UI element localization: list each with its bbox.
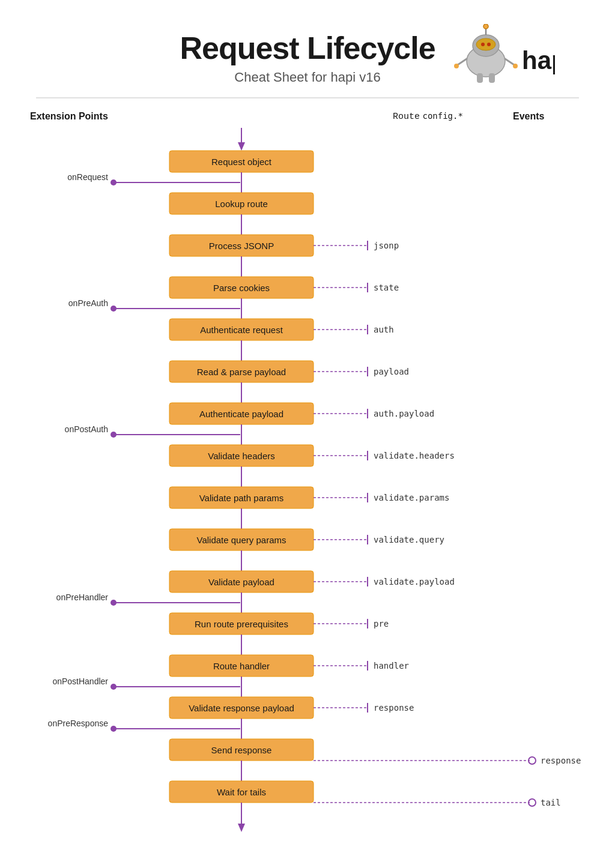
svg-point-10 xyxy=(513,64,518,68)
page-title: Request Lifecycle xyxy=(180,30,435,66)
svg-text:handler: handler xyxy=(374,661,409,671)
svg-text:Send response: Send response xyxy=(211,745,272,755)
svg-text:validate.params: validate.params xyxy=(374,493,449,502)
svg-point-101 xyxy=(111,684,117,690)
hapi-logo: hapi xyxy=(435,24,555,90)
svg-text:onPostAuth: onPostAuth xyxy=(65,424,108,434)
hapi-logo-svg: hapi xyxy=(435,24,555,90)
svg-text:auth: auth xyxy=(374,325,394,334)
svg-line-9 xyxy=(505,59,514,65)
svg-point-59 xyxy=(111,432,117,438)
svg-text:auth.payload: auth.payload xyxy=(374,409,434,418)
svg-text:Lookup route: Lookup route xyxy=(215,199,268,209)
svg-text:state: state xyxy=(374,283,399,292)
page: Request Lifecycle Cheat Sheet for hapi v… xyxy=(0,0,615,868)
svg-text:Route handler: Route handler xyxy=(213,661,270,671)
svg-text:Parse cookies: Parse cookies xyxy=(213,283,270,293)
svg-point-6 xyxy=(483,24,488,29)
svg-text:onPreAuth: onPreAuth xyxy=(68,298,108,308)
svg-marker-15 xyxy=(238,142,245,151)
lifecycle-diagram: Request object onRequest Lookup route Pr… xyxy=(19,128,596,836)
column-headers: Extension Points Route config.* Events xyxy=(0,110,615,122)
svg-text:Read & parse payload: Read & parse payload xyxy=(197,367,286,377)
svg-text:Run route prerequisites: Run route prerequisites xyxy=(195,619,288,629)
header: Request Lifecycle Cheat Sheet for hapi v… xyxy=(0,18,615,91)
svg-text:Validate payload: Validate payload xyxy=(208,577,274,587)
svg-point-38 xyxy=(111,306,117,312)
svg-text:Request object: Request object xyxy=(211,157,272,167)
page-subtitle: Cheat Sheet for hapi v16 xyxy=(180,70,435,85)
svg-text:Validate query params: Validate query params xyxy=(197,535,286,545)
svg-text:payload: payload xyxy=(374,367,409,376)
svg-text:pre: pre xyxy=(374,619,389,628)
svg-text:onPostHandler: onPostHandler xyxy=(52,677,108,686)
diagram-area: Extension Points Route config.* Events R… xyxy=(0,110,615,860)
svg-text:Wait for tails: Wait for tails xyxy=(217,787,266,797)
svg-text:Validate headers: Validate headers xyxy=(208,451,274,461)
svg-rect-11 xyxy=(477,73,483,83)
svg-text:Process JSONP: Process JSONP xyxy=(209,241,274,251)
svg-point-110 xyxy=(111,726,117,732)
svg-text:onPreHandler: onPreHandler xyxy=(56,592,109,602)
header-divider xyxy=(36,97,579,98)
svg-point-2 xyxy=(476,38,495,50)
svg-text:response: response xyxy=(374,703,414,713)
svg-text:Authenticate request: Authenticate request xyxy=(200,325,283,335)
svg-text:validate.query: validate.query xyxy=(374,535,444,544)
svg-text:Validate path params: Validate path params xyxy=(199,493,284,503)
svg-text:tail: tail xyxy=(541,798,561,807)
svg-point-86 xyxy=(111,600,117,606)
svg-text:onRequest: onRequest xyxy=(67,172,108,182)
svg-marker-124 xyxy=(238,824,245,832)
svg-rect-12 xyxy=(489,73,495,83)
svg-point-20 xyxy=(111,179,117,185)
svg-point-4 xyxy=(487,43,491,46)
svg-text:response: response xyxy=(541,756,581,765)
svg-text:jsonp: jsonp xyxy=(374,241,399,250)
col-extension-points-header: Extension Points xyxy=(24,111,132,122)
svg-point-3 xyxy=(481,43,485,46)
col-route-header: Route config.* xyxy=(393,110,513,122)
col-events-header: Events xyxy=(513,111,591,122)
svg-text:validate.payload: validate.payload xyxy=(374,577,455,586)
svg-point-8 xyxy=(454,64,459,68)
svg-text:hapi: hapi xyxy=(522,46,555,74)
svg-text:validate.headers: validate.headers xyxy=(374,451,455,460)
svg-line-7 xyxy=(458,59,467,65)
svg-text:onPreResponse: onPreResponse xyxy=(48,719,109,728)
header-text-block: Request Lifecycle Cheat Sheet for hapi v… xyxy=(180,30,435,85)
svg-text:Validate response payload: Validate response payload xyxy=(189,703,294,713)
svg-text:Authenticate payload: Authenticate payload xyxy=(199,409,283,419)
